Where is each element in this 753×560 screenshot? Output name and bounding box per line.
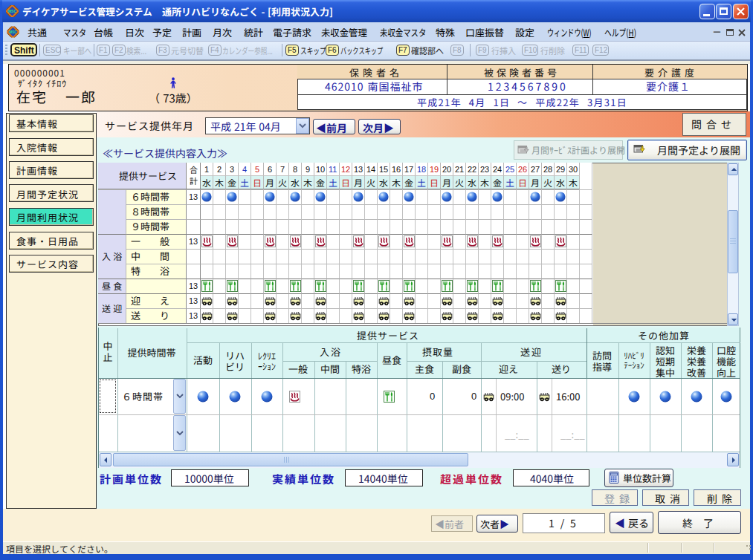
svg-text:MSC: MSC [9, 30, 17, 34]
svg-text:MSC: MSC [8, 9, 17, 13]
